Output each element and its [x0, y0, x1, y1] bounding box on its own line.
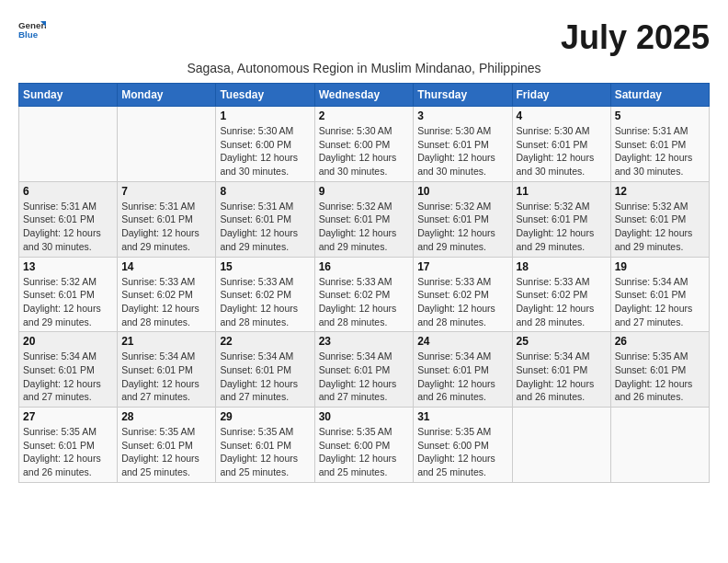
day-number: 14	[121, 260, 211, 273]
calendar-cell: 20Sunrise: 5:34 AM Sunset: 6:01 PM Dayli…	[19, 332, 118, 408]
calendar-cell: 7Sunrise: 5:31 AM Sunset: 6:01 PM Daylig…	[118, 181, 216, 257]
day-number: 24	[417, 335, 507, 348]
calendar-header: SundayMondayTuesdayWednesdayThursdayFrid…	[19, 84, 710, 107]
day-header-saturday: Saturday	[610, 84, 709, 107]
day-number: 6	[23, 185, 113, 198]
day-number: 28	[121, 410, 211, 423]
day-detail: Sunrise: 5:35 AM Sunset: 6:00 PM Dayligh…	[319, 425, 410, 479]
calendar-cell	[610, 408, 709, 483]
calendar-cell	[19, 107, 118, 182]
day-number: 27	[23, 410, 113, 423]
day-detail: Sunrise: 5:35 AM Sunset: 6:01 PM Dayligh…	[615, 350, 705, 404]
day-number: 3	[417, 109, 507, 122]
day-detail: Sunrise: 5:32 AM Sunset: 6:01 PM Dayligh…	[23, 275, 113, 329]
day-detail: Sunrise: 5:32 AM Sunset: 6:01 PM Dayligh…	[417, 200, 507, 254]
day-detail: Sunrise: 5:31 AM Sunset: 6:01 PM Dayligh…	[615, 124, 705, 178]
day-number: 5	[615, 109, 705, 122]
svg-text:Blue: Blue	[18, 29, 39, 40]
logo-icon: General Blue	[18, 18, 46, 40]
day-number: 2	[319, 109, 410, 122]
day-detail: Sunrise: 5:33 AM Sunset: 6:02 PM Dayligh…	[517, 275, 607, 329]
day-header-sunday: Sunday	[19, 84, 118, 107]
day-detail: Sunrise: 5:31 AM Sunset: 6:01 PM Dayligh…	[220, 200, 310, 254]
calendar-cell: 10Sunrise: 5:32 AM Sunset: 6:01 PM Dayli…	[414, 181, 512, 257]
day-detail: Sunrise: 5:31 AM Sunset: 6:01 PM Dayligh…	[121, 200, 211, 254]
calendar-cell: 21Sunrise: 5:34 AM Sunset: 6:01 PM Dayli…	[118, 332, 216, 408]
calendar-week-4: 20Sunrise: 5:34 AM Sunset: 6:01 PM Dayli…	[19, 332, 710, 408]
calendar-cell: 3Sunrise: 5:30 AM Sunset: 6:01 PM Daylig…	[414, 107, 512, 182]
day-number: 4	[517, 109, 607, 122]
day-detail: Sunrise: 5:35 AM Sunset: 6:01 PM Dayligh…	[220, 425, 310, 479]
day-number: 12	[615, 185, 705, 198]
calendar-cell: 2Sunrise: 5:30 AM Sunset: 6:00 PM Daylig…	[314, 107, 414, 182]
header: General Blue July 2025	[18, 18, 710, 57]
day-header-monday: Monday	[118, 84, 216, 107]
calendar-cell: 22Sunrise: 5:34 AM Sunset: 6:01 PM Dayli…	[216, 332, 314, 408]
calendar-cell: 11Sunrise: 5:32 AM Sunset: 6:01 PM Dayli…	[512, 181, 610, 257]
day-number: 31	[417, 410, 507, 423]
calendar-cell: 23Sunrise: 5:34 AM Sunset: 6:01 PM Dayli…	[314, 332, 414, 408]
calendar-cell: 26Sunrise: 5:35 AM Sunset: 6:01 PM Dayli…	[610, 332, 709, 408]
day-detail: Sunrise: 5:33 AM Sunset: 6:02 PM Dayligh…	[417, 275, 507, 329]
subtitle: Sagasa, Autonomous Region in Muslim Mind…	[18, 61, 710, 75]
day-number: 29	[220, 410, 310, 423]
calendar-cell: 25Sunrise: 5:34 AM Sunset: 6:01 PM Dayli…	[512, 332, 610, 408]
calendar-cell: 30Sunrise: 5:35 AM Sunset: 6:00 PM Dayli…	[314, 408, 414, 483]
day-number: 13	[23, 260, 113, 273]
day-detail: Sunrise: 5:32 AM Sunset: 6:01 PM Dayligh…	[319, 200, 410, 254]
day-number: 19	[615, 260, 705, 273]
day-number: 22	[220, 335, 310, 348]
day-number: 15	[220, 260, 310, 273]
calendar: SundayMondayTuesdayWednesdayThursdayFrid…	[18, 83, 710, 483]
calendar-cell: 4Sunrise: 5:30 AM Sunset: 6:01 PM Daylig…	[512, 107, 610, 182]
day-detail: Sunrise: 5:35 AM Sunset: 6:01 PM Dayligh…	[23, 425, 113, 479]
day-detail: Sunrise: 5:34 AM Sunset: 6:01 PM Dayligh…	[220, 350, 310, 404]
month-title: July 2025	[561, 18, 710, 57]
day-detail: Sunrise: 5:33 AM Sunset: 6:02 PM Dayligh…	[220, 275, 310, 329]
day-number: 26	[615, 335, 705, 348]
calendar-cell: 5Sunrise: 5:31 AM Sunset: 6:01 PM Daylig…	[610, 107, 709, 182]
calendar-cell: 15Sunrise: 5:33 AM Sunset: 6:02 PM Dayli…	[216, 257, 314, 332]
calendar-cell: 1Sunrise: 5:30 AM Sunset: 6:00 PM Daylig…	[216, 107, 314, 182]
calendar-cell: 14Sunrise: 5:33 AM Sunset: 6:02 PM Dayli…	[118, 257, 216, 332]
calendar-cell: 24Sunrise: 5:34 AM Sunset: 6:01 PM Dayli…	[414, 332, 512, 408]
day-header-tuesday: Tuesday	[216, 84, 314, 107]
calendar-cell: 8Sunrise: 5:31 AM Sunset: 6:01 PM Daylig…	[216, 181, 314, 257]
day-detail: Sunrise: 5:32 AM Sunset: 6:01 PM Dayligh…	[615, 200, 705, 254]
day-number: 8	[220, 185, 310, 198]
logo: General Blue	[18, 18, 46, 40]
day-number: 16	[319, 260, 410, 273]
day-number: 18	[517, 260, 607, 273]
day-number: 30	[319, 410, 410, 423]
day-detail: Sunrise: 5:30 AM Sunset: 6:00 PM Dayligh…	[220, 124, 310, 178]
day-number: 17	[417, 260, 507, 273]
day-header-friday: Friday	[512, 84, 610, 107]
calendar-week-3: 13Sunrise: 5:32 AM Sunset: 6:01 PM Dayli…	[19, 257, 710, 332]
calendar-cell: 27Sunrise: 5:35 AM Sunset: 6:01 PM Dayli…	[19, 408, 118, 483]
day-number: 7	[121, 185, 211, 198]
calendar-cell: 17Sunrise: 5:33 AM Sunset: 6:02 PM Dayli…	[414, 257, 512, 332]
day-number: 11	[517, 185, 607, 198]
day-detail: Sunrise: 5:33 AM Sunset: 6:02 PM Dayligh…	[319, 275, 410, 329]
day-detail: Sunrise: 5:30 AM Sunset: 6:01 PM Dayligh…	[517, 124, 607, 178]
day-detail: Sunrise: 5:31 AM Sunset: 6:01 PM Dayligh…	[23, 200, 113, 254]
calendar-cell: 12Sunrise: 5:32 AM Sunset: 6:01 PM Dayli…	[610, 181, 709, 257]
calendar-week-5: 27Sunrise: 5:35 AM Sunset: 6:01 PM Dayli…	[19, 408, 710, 483]
calendar-cell: 16Sunrise: 5:33 AM Sunset: 6:02 PM Dayli…	[314, 257, 414, 332]
calendar-cell: 13Sunrise: 5:32 AM Sunset: 6:01 PM Dayli…	[19, 257, 118, 332]
day-number: 10	[417, 185, 507, 198]
calendar-cell	[118, 107, 216, 182]
day-detail: Sunrise: 5:34 AM Sunset: 6:01 PM Dayligh…	[417, 350, 507, 404]
day-detail: Sunrise: 5:35 AM Sunset: 6:00 PM Dayligh…	[417, 425, 507, 479]
calendar-cell: 19Sunrise: 5:34 AM Sunset: 6:01 PM Dayli…	[610, 257, 709, 332]
day-header-thursday: Thursday	[414, 84, 512, 107]
day-detail: Sunrise: 5:30 AM Sunset: 6:00 PM Dayligh…	[319, 124, 410, 178]
day-detail: Sunrise: 5:33 AM Sunset: 6:02 PM Dayligh…	[121, 275, 211, 329]
calendar-cell: 31Sunrise: 5:35 AM Sunset: 6:00 PM Dayli…	[414, 408, 512, 483]
day-number: 25	[517, 335, 607, 348]
day-header-wednesday: Wednesday	[314, 84, 414, 107]
day-detail: Sunrise: 5:34 AM Sunset: 6:01 PM Dayligh…	[121, 350, 211, 404]
day-number: 23	[319, 335, 410, 348]
calendar-cell: 6Sunrise: 5:31 AM Sunset: 6:01 PM Daylig…	[19, 181, 118, 257]
calendar-week-2: 6Sunrise: 5:31 AM Sunset: 6:01 PM Daylig…	[19, 181, 710, 257]
